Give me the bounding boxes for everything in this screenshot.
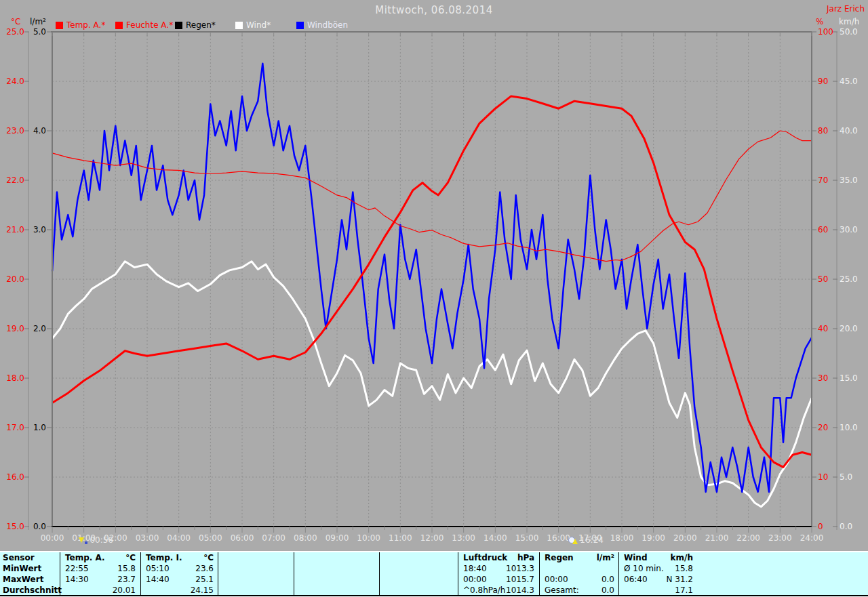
marker-00-56: 00:56	[79, 535, 113, 545]
svg-text:0: 0	[818, 522, 823, 531]
svg-text:10:00: 10:00	[357, 533, 380, 543]
svg-text:04:00: 04:00	[167, 533, 191, 543]
svg-text:30.0: 30.0	[840, 225, 858, 234]
svg-text:19:00: 19:00	[642, 533, 665, 543]
svg-text:16:00: 16:00	[547, 533, 570, 543]
svg-text:15.0: 15.0	[6, 522, 24, 531]
svg-text:40: 40	[818, 324, 828, 333]
svg-text:5.0: 5.0	[840, 472, 852, 482]
svg-text:22:00: 22:00	[736, 533, 760, 543]
svg-text:0.0: 0.0	[840, 522, 852, 531]
weather-chart: 25.024.023.022.021.020.019.018.017.016.0…	[0, 0, 868, 551]
marker-time-label: 16:24	[580, 535, 604, 545]
svg-text:08:00: 08:00	[294, 533, 317, 543]
svg-text:25.0: 25.0	[840, 274, 858, 284]
svg-text:16.0: 16.0	[6, 472, 24, 482]
table-cell: 15.8	[0, 563, 693, 574]
svg-text:15:00: 15:00	[515, 533, 539, 543]
svg-text:3.0: 3.0	[33, 225, 46, 234]
svg-text:50: 50	[818, 274, 828, 284]
x-axis-labels: 00:0001:0002:0003:0004:0005:0006:0007:00…	[41, 533, 824, 543]
marker-time-label: 00:56	[90, 535, 113, 545]
svg-text:40.0: 40.0	[840, 126, 858, 136]
svg-text:23.0: 23.0	[6, 126, 24, 136]
svg-text:24:00: 24:00	[800, 533, 824, 543]
statistics-table: SensorMinWertMaxWertDurchschnittTemp. A.…	[0, 551, 868, 597]
svg-text:10.0: 10.0	[840, 423, 858, 432]
svg-text:4.0: 4.0	[33, 126, 46, 136]
gridlines	[52, 32, 812, 527]
svg-text:24.0: 24.0	[6, 77, 24, 86]
svg-text:20:00: 20:00	[673, 533, 697, 543]
svg-text:21.0: 21.0	[6, 225, 24, 234]
svg-text:09:00: 09:00	[326, 533, 349, 543]
svg-text:05:00: 05:00	[199, 533, 222, 543]
svg-text:13:00: 13:00	[452, 533, 475, 543]
marker-16-24: 16:24	[568, 535, 604, 545]
svg-text:17.0: 17.0	[6, 423, 24, 432]
svg-text:03:00: 03:00	[136, 533, 159, 543]
svg-text:18.0: 18.0	[6, 373, 24, 383]
svg-text:06:00: 06:00	[231, 533, 254, 543]
svg-text:14:00: 14:00	[484, 533, 507, 543]
svg-text:1.0: 1.0	[33, 423, 46, 432]
svg-text:20.0: 20.0	[840, 324, 858, 333]
svg-text:11:00: 11:00	[389, 533, 412, 543]
svg-text:20.0: 20.0	[6, 274, 24, 284]
svg-text:90: 90	[818, 77, 828, 86]
table-cell: 17.1	[0, 585, 693, 596]
svg-text:20: 20	[818, 423, 828, 432]
axis-ticks	[24, 32, 837, 533]
svg-text:22.0: 22.0	[6, 176, 24, 185]
svg-text:12:00: 12:00	[420, 533, 444, 543]
svg-text:07:00: 07:00	[262, 533, 285, 543]
moonset-arrow-icon	[79, 536, 87, 544]
svg-text:10: 10	[818, 472, 828, 482]
table-cell: km/h	[0, 552, 693, 563]
svg-text:23:00: 23:00	[768, 533, 792, 543]
svg-text:30: 30	[818, 373, 828, 383]
svg-text:70: 70	[818, 176, 828, 185]
svg-text:5.0: 5.0	[33, 27, 46, 37]
svg-text:35.0: 35.0	[840, 176, 858, 185]
svg-text:100: 100	[818, 27, 833, 37]
svg-text:00:00: 00:00	[41, 533, 64, 543]
svg-text:2.0: 2.0	[33, 324, 46, 333]
weather-app-window: Mittwoch, 06.08.2014 Jarz Erich °C l/m² …	[0, 0, 868, 597]
series-feuchte-a-	[52, 131, 812, 262]
data-series	[52, 64, 812, 527]
plot-frame	[28, 32, 837, 530]
svg-text:15.0: 15.0	[840, 373, 858, 383]
svg-text:18:00: 18:00	[610, 533, 634, 543]
svg-text:60: 60	[818, 225, 828, 234]
svg-text:19.0: 19.0	[6, 324, 24, 333]
table-cell: N 31.2	[0, 574, 693, 585]
svg-text:21:00: 21:00	[705, 533, 729, 543]
svg-text:80: 80	[818, 126, 828, 136]
svg-text:25.0: 25.0	[6, 27, 24, 37]
svg-text:50.0: 50.0	[840, 27, 858, 37]
svg-text:45.0: 45.0	[840, 77, 858, 86]
svg-text:0.0: 0.0	[33, 522, 46, 531]
moonrise-icon	[568, 536, 578, 544]
